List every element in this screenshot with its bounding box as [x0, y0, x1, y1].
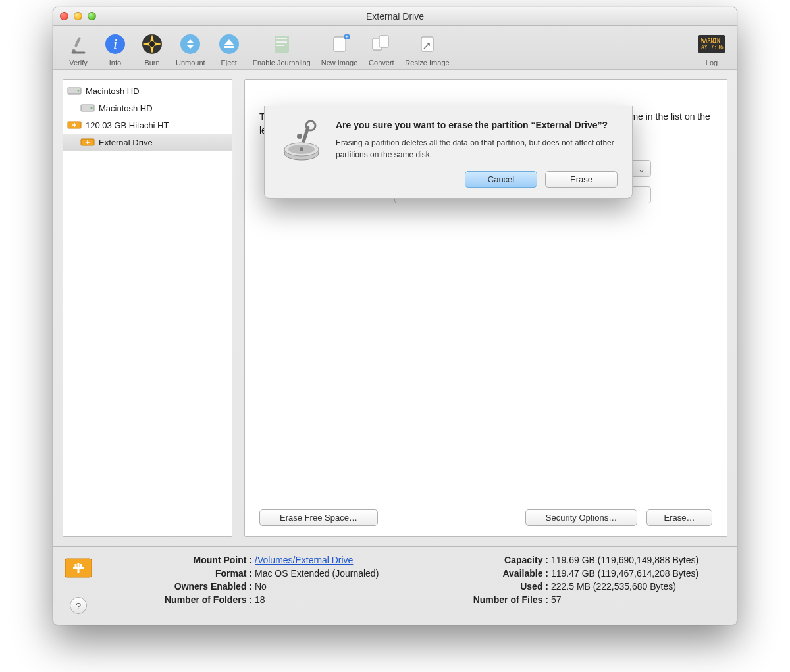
- sidebar-item-label: External Drive: [99, 138, 153, 147]
- svg-rect-10: [276, 38, 287, 39]
- toolbar-label: Info: [109, 59, 121, 66]
- sheet-erase-button[interactable]: Erase: [545, 171, 618, 188]
- usb-disk-icon: [64, 555, 93, 581]
- svg-rect-33: [302, 126, 310, 143]
- info-footer: ? Mount Point : /Volumes/External Drive …: [53, 546, 737, 625]
- sidebar-item-label: Macintosh HD: [99, 103, 153, 113]
- window-title: External Drive: [53, 11, 737, 22]
- new-image-icon: +: [327, 31, 353, 57]
- svg-point-25: [91, 107, 93, 109]
- folders-value: 18: [255, 594, 426, 605]
- svg-point-23: [78, 90, 80, 92]
- usb-disk-icon: [80, 136, 95, 149]
- svg-point-5: [149, 41, 155, 47]
- disk-icon: [80, 101, 95, 115]
- sheet-description: Erasing a partition deletes all the data…: [336, 137, 618, 161]
- available-value: 119.47 GB (119,467,614,208 Bytes): [551, 568, 726, 579]
- svg-rect-13: [334, 37, 346, 51]
- toolbar-burn[interactable]: Burn: [134, 30, 171, 68]
- sidebar-item-volume-0[interactable]: Macintosh HD: [63, 99, 232, 116]
- unmount-icon: [177, 31, 203, 57]
- svg-text:WARNIN: WARNIN: [701, 38, 720, 44]
- burn-icon: [139, 31, 165, 57]
- disk-utility-icon: [278, 119, 325, 188]
- toolbar-verify[interactable]: Verify: [60, 30, 97, 68]
- mount-point-link[interactable]: /Volumes/External Drive: [255, 555, 353, 565]
- capacity-label: Capacity :: [426, 555, 551, 565]
- log-icon: WARNINAY 7:36: [698, 31, 725, 57]
- toolbar-label: Eject: [221, 59, 236, 66]
- svg-rect-17: [379, 36, 388, 47]
- confirm-sheet: Are you sure you want to erase the parti…: [264, 106, 633, 199]
- svg-rect-1: [74, 37, 81, 47]
- toolbar-new-image[interactable]: + New Image: [316, 30, 363, 68]
- toolbar-label: Enable Journaling: [253, 59, 311, 66]
- sidebar-item-label: Macintosh HD: [86, 86, 140, 96]
- toolbar-eject[interactable]: Eject: [211, 30, 248, 68]
- toolbar-log[interactable]: WARNINAY 7:36 Log: [693, 30, 730, 68]
- sidebar: Macintosh HD Macintosh HD 120.03 GB Hita…: [63, 79, 232, 537]
- svg-rect-8: [224, 46, 234, 48]
- toolbar-label: Resize Image: [405, 59, 449, 66]
- info-icon: i: [102, 31, 128, 57]
- toolbar-label: New Image: [321, 59, 358, 66]
- format-value: Mac OS Extended (Journaled): [255, 568, 426, 579]
- erase-free-space-button[interactable]: Erase Free Space…: [259, 509, 378, 526]
- used-label: Used :: [426, 581, 551, 592]
- eject-icon: [216, 31, 242, 57]
- app-window: External Drive Verify i Info Burn Unmoun: [53, 7, 737, 625]
- owners-label: Owners Enabled :: [103, 581, 255, 592]
- sidebar-item-disk-0[interactable]: Macintosh HD: [63, 82, 232, 99]
- sheet-cancel-button[interactable]: Cancel: [465, 171, 537, 188]
- sidebar-item-label: 120.03 GB Hitachi HT: [86, 120, 169, 130]
- folders-label: Number of Folders :: [103, 594, 255, 605]
- minimize-button[interactable]: [74, 12, 82, 20]
- sidebar-item-volume-1[interactable]: External Drive: [63, 134, 232, 151]
- svg-point-35: [297, 134, 302, 139]
- toolbar-info[interactable]: i Info: [97, 30, 134, 68]
- svg-text:AY 7:36: AY 7:36: [701, 45, 724, 51]
- toolbar-enable-journaling[interactable]: Enable Journaling: [248, 30, 316, 68]
- owners-value: No: [255, 581, 426, 592]
- usb-disk-icon: [67, 118, 82, 132]
- sidebar-item-disk-1[interactable]: 120.03 GB Hitachi HT: [63, 116, 232, 134]
- svg-rect-18: [421, 37, 433, 51]
- toolbar-unmount[interactable]: Unmount: [171, 30, 211, 68]
- svg-point-34: [306, 121, 315, 130]
- svg-text:+: +: [345, 34, 348, 40]
- titlebar: External Drive: [53, 7, 737, 26]
- journaling-icon: [269, 31, 295, 57]
- toolbar-resize-image[interactable]: Resize Image: [400, 30, 454, 68]
- sheet-title: Are you sure you want to erase the parti…: [336, 119, 618, 132]
- files-value: 57: [551, 594, 726, 605]
- mount-point-label: Mount Point :: [103, 555, 255, 565]
- capacity-value: 119.69 GB (119,690,149,888 Bytes): [551, 555, 726, 565]
- microscope-icon: [65, 31, 92, 57]
- convert-icon: [368, 31, 394, 57]
- svg-rect-9: [275, 36, 289, 53]
- erase-button[interactable]: Erase…: [646, 509, 712, 526]
- format-label: Format :: [103, 568, 255, 579]
- toolbar-label: Log: [706, 59, 718, 66]
- close-button[interactable]: [60, 12, 68, 20]
- help-button[interactable]: ?: [70, 597, 87, 614]
- bottom-buttons: Erase Free Space… Security Options… Eras…: [259, 496, 712, 526]
- zoom-button[interactable]: [88, 12, 96, 20]
- toolbar-label: Verify: [69, 59, 88, 66]
- toolbar-convert[interactable]: Convert: [363, 30, 400, 68]
- window-controls: [60, 12, 96, 20]
- svg-point-32: [300, 147, 303, 151]
- svg-point-6: [180, 34, 200, 54]
- toolbar-label: Convert: [369, 59, 394, 66]
- svg-rect-12: [276, 45, 284, 46]
- files-label: Number of Files :: [426, 594, 551, 605]
- svg-rect-11: [276, 41, 287, 43]
- toolbar-label: Unmount: [176, 59, 205, 66]
- disk-icon: [67, 84, 82, 97]
- available-label: Available :: [426, 568, 551, 579]
- security-options-button[interactable]: Security Options…: [525, 509, 637, 526]
- toolbar-label: Burn: [144, 59, 159, 66]
- toolbar: Verify i Info Burn Unmount Eject: [53, 26, 737, 70]
- svg-text:i: i: [113, 36, 117, 52]
- resize-icon: [414, 31, 440, 57]
